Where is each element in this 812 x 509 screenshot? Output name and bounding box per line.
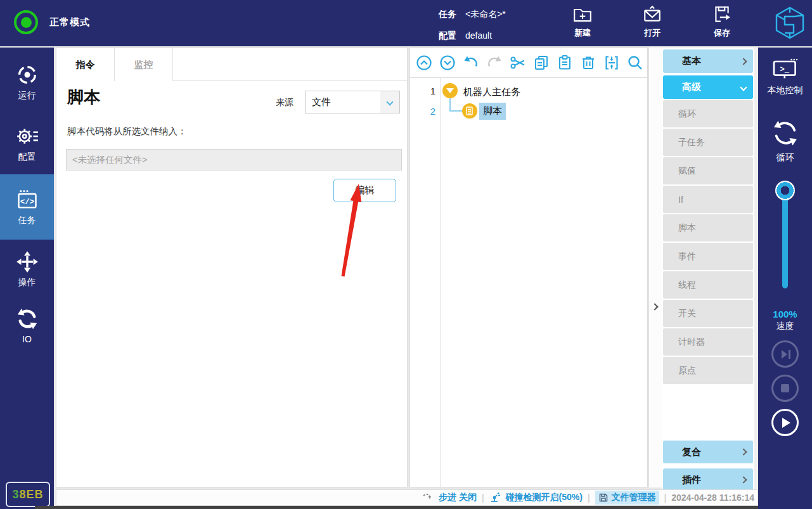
stop-icon	[781, 384, 789, 392]
dropdown-button[interactable]	[380, 91, 399, 113]
step-mode-toggle[interactable]: 步进 关闭	[439, 492, 477, 503]
save-task-icon	[712, 4, 732, 25]
tree-row-root[interactable]: 机器人主任务	[463, 86, 520, 98]
app-window: 正常模式 任务 <未命名>* 配置 default 新建	[0, 0, 812, 509]
tab-monitor[interactable]: 监控	[115, 48, 173, 81]
tab-instruction[interactable]: 指令	[56, 48, 115, 81]
palette-item-subtask[interactable]: 子任务	[663, 129, 753, 156]
section-plugin-label: 插件	[663, 474, 734, 486]
move-up-icon[interactable]	[416, 55, 432, 71]
chevron-right-icon	[740, 448, 747, 455]
tree-line-number: 1	[410, 86, 435, 96]
mode-label: 正常模式	[49, 16, 90, 29]
copy-icon[interactable]	[533, 55, 550, 71]
speed-slider-thumb[interactable]	[775, 181, 795, 200]
file-manager-icon	[598, 493, 609, 503]
collision-detect-toggle[interactable]: 碰撞检测开启(50%)	[506, 492, 583, 503]
new-task-icon	[572, 4, 593, 25]
local-control-button[interactable]: >_ 本地控制	[758, 58, 812, 96]
new-task-label: 新建	[574, 27, 591, 39]
stop-button[interactable]	[771, 375, 799, 402]
speed-slider-track[interactable]	[782, 191, 788, 288]
status-code-badge: 38EB	[6, 482, 50, 507]
right-control-sidebar: >_ 本地控制 循环 100% 速度	[758, 48, 812, 509]
separator: |	[588, 493, 590, 503]
brand-logo-icon	[772, 5, 808, 41]
instruction-editor-panel: 指令 监控 脚本 来源 文件 脚本代码将从所选文件纳入： <未选择任何文件> 编…	[56, 48, 408, 487]
delete-icon[interactable]	[580, 55, 596, 71]
loop-label: 循环	[777, 152, 794, 164]
open-task-icon	[642, 4, 662, 25]
section-composite-label: 复合	[663, 446, 734, 458]
task-tree-panel: 1 机器人主任务 2 脚本	[409, 48, 648, 487]
operate-icon	[16, 250, 39, 273]
palette-item-assign[interactable]: 赋值	[663, 157, 753, 184]
system-timestamp: 2024-04-28 11:16:14	[671, 493, 754, 503]
step-forward-icon	[780, 350, 790, 359]
selected-file-field[interactable]: <未选择任何文件>	[66, 149, 402, 171]
palette-item-script[interactable]: 脚本	[663, 214, 753, 242]
task-label: 任务	[439, 6, 456, 22]
palette-section-advanced[interactable]: 高级	[663, 75, 753, 99]
sidebar-item-io[interactable]: IO	[0, 300, 54, 347]
top-bar: 正常模式 任务 <未命名>* 配置 default 新建	[0, 0, 812, 46]
palette-item-timer[interactable]: 计时器	[663, 328, 753, 356]
redo-icon[interactable]	[486, 55, 503, 71]
search-icon[interactable]	[627, 55, 643, 71]
script-node-icon[interactable]	[462, 103, 477, 119]
badge-suffix: 8EB	[20, 488, 44, 501]
new-task-button[interactable]: 新建	[563, 4, 602, 39]
palette-item-event[interactable]: 事件	[663, 243, 753, 270]
palette-item-origin[interactable]: 原点	[663, 357, 753, 384]
separator: |	[664, 493, 667, 503]
palette-item-thread[interactable]: 线程	[663, 271, 753, 299]
panel-divider	[648, 48, 662, 487]
speed-percent-value: 100%	[758, 309, 812, 319]
sidebar-item-config[interactable]: 配置	[0, 119, 54, 165]
sidebar-item-task[interactable]: </> 任务	[0, 174, 54, 240]
step-forward-button[interactable]	[771, 340, 799, 368]
svg-text:>_: >_	[780, 65, 789, 74]
palette-item-loop[interactable]: 循环	[663, 100, 753, 127]
move-down-icon[interactable]	[439, 55, 456, 71]
task-info: 任务 <未命名>* 配置 default	[439, 6, 506, 49]
tree-connector	[449, 98, 451, 111]
palette-section-plugin[interactable]: 插件	[663, 468, 753, 491]
topbar-actions: 新建 打开	[563, 4, 742, 39]
cut-icon[interactable]	[510, 55, 526, 71]
page-title: 脚本	[67, 86, 100, 108]
sidebar-operate-label: 操作	[18, 277, 36, 288]
expand-panel-chevron-icon[interactable]	[651, 303, 658, 310]
step-mode-icon	[422, 492, 434, 503]
tree-connector	[449, 110, 462, 112]
paste-icon[interactable]	[557, 55, 573, 71]
chevron-right-icon	[740, 476, 747, 483]
sidebar-config-label: 配置	[18, 151, 36, 163]
play-button[interactable]	[771, 409, 799, 436]
palette-item-switch[interactable]: 开关	[663, 300, 753, 327]
section-advanced-label: 高级	[663, 81, 734, 93]
source-select[interactable]: 文件	[305, 91, 400, 113]
undo-icon[interactable]	[463, 55, 479, 71]
save-task-button[interactable]: 保存	[702, 4, 742, 39]
source-selected-value: 文件	[306, 96, 380, 108]
collapse-node-icon[interactable]	[442, 83, 458, 98]
palette-section-basic[interactable]: 基本	[663, 49, 753, 73]
editor-tab-bar: 指令 监控	[56, 48, 407, 81]
tree-toolbar	[410, 48, 647, 78]
task-code-icon: </>	[15, 188, 39, 211]
open-task-button[interactable]: 打开	[633, 4, 672, 39]
loop-toggle-button[interactable]: 循环	[758, 119, 812, 164]
sidebar-item-run[interactable]: 运行	[0, 57, 54, 104]
local-control-label: 本地控制	[768, 85, 803, 96]
badge-prefix: 3	[12, 488, 19, 501]
loop-icon	[771, 119, 800, 148]
script-description: 脚本代码将从所选文件纳入：	[67, 126, 187, 138]
collapse-icon[interactable]	[603, 55, 620, 71]
tree-row-script[interactable]: 脚本	[479, 103, 506, 120]
palette-item-if[interactable]: If	[663, 186, 753, 213]
local-control-icon: >_	[772, 58, 799, 81]
sidebar-item-operate[interactable]: 操作	[0, 244, 54, 291]
palette-section-composite[interactable]: 复合	[663, 441, 753, 463]
file-manager-button[interactable]: 文件管理器	[595, 491, 659, 505]
